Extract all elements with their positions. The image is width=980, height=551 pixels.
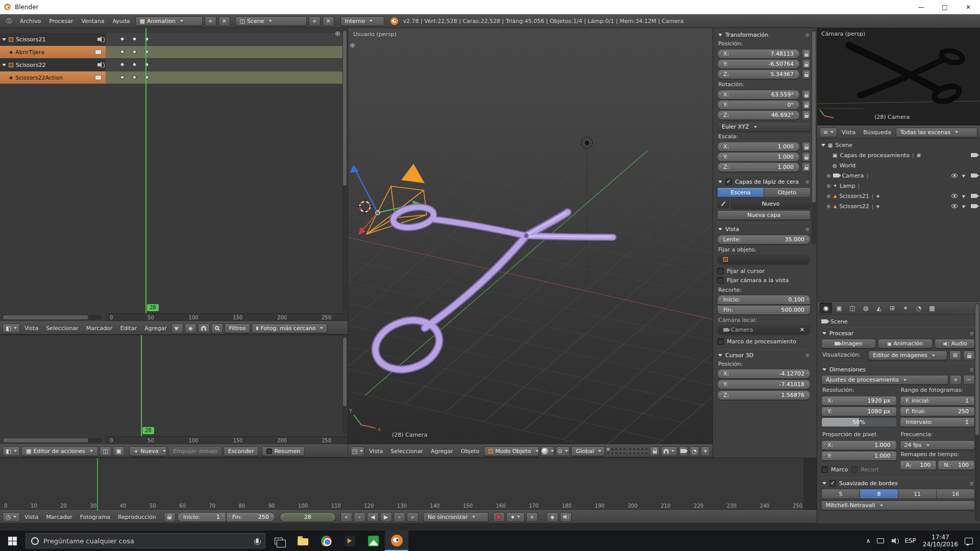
new-action-button[interactable]: + Nueva xyxy=(129,446,167,456)
render-image-button[interactable]: Imagen xyxy=(821,339,876,348)
remove-preset-icon[interactable]: − xyxy=(963,375,975,385)
frame-start-field[interactable]: Inicio:1 xyxy=(177,512,226,522)
ruler-strip[interactable]: 0 50 100 150 200 250 xyxy=(106,313,348,321)
render-anim-icon[interactable]: ◔ xyxy=(690,446,699,456)
timeline-canvas[interactable]: 0102030405060708090100110120130140150160… xyxy=(0,458,817,510)
clock[interactable]: 17:47 24/10/2016 xyxy=(923,534,958,548)
lock-cursor-toggle[interactable]: Fijar al cursor xyxy=(717,266,811,276)
menu-agregar[interactable]: Agregar xyxy=(428,447,456,456)
channel-scissors22[interactable]: Scissors22 xyxy=(0,59,106,71)
properties-scrollbar[interactable] xyxy=(975,303,979,522)
mute-speaker-icon[interactable] xyxy=(97,38,100,41)
menu-archivo[interactable]: Archivo xyxy=(17,17,44,26)
render-presets-dropdown[interactable]: Ajustes de procesamiento xyxy=(821,375,948,385)
editor-type-outliner-icon[interactable]: ≡ xyxy=(820,128,837,137)
info-editor-icon[interactable]: ⓘ xyxy=(3,16,15,26)
aa-samples-11[interactable]: 11 xyxy=(898,489,937,499)
lock-icon[interactable] xyxy=(802,69,811,79)
summary-checkbox[interactable] xyxy=(266,448,272,454)
channel-scissors22action[interactable]: ◆ Scissors22Action xyxy=(0,71,106,84)
sync-playback-icon[interactable]: ◈ xyxy=(547,512,558,522)
fps-dropdown[interactable]: 24 fps xyxy=(900,440,975,450)
menu-editar[interactable]: Editar xyxy=(117,324,140,333)
resolution-percent-slider[interactable]: 50% xyxy=(821,417,897,427)
tab-scene[interactable]: ◫ xyxy=(846,303,859,313)
scissors-object[interactable] xyxy=(369,204,613,377)
aa-samples-8[interactable]: 8 xyxy=(860,489,898,499)
scale-y-field[interactable]: Y:1.000 xyxy=(717,152,800,162)
grip-icon[interactable]: ≣ xyxy=(970,481,974,486)
visibility-icon[interactable] xyxy=(951,194,958,198)
render-border-toggle[interactable]: Marco de procesamiento xyxy=(717,337,811,346)
menu-vista[interactable]: Vista xyxy=(21,324,41,333)
panel-header[interactable]: Cursor 3D ≣ xyxy=(717,349,811,361)
render-still-icon[interactable]: ✶ xyxy=(701,446,710,456)
frame-end-field[interactable]: Fin:250 xyxy=(226,512,275,522)
editor-type-timeline-icon[interactable]: ◷ xyxy=(3,512,20,522)
rotation-x-field[interactable]: X:63.559° xyxy=(717,90,800,99)
tab-modifiers[interactable]: ✶ xyxy=(899,303,912,313)
lock-icon[interactable] xyxy=(802,49,811,59)
panel-header[interactable]: Suavizado de bordes ≣ xyxy=(821,478,975,489)
cursor-z-field[interactable]: Z:1.56876 xyxy=(717,390,811,400)
tab-world[interactable]: ◍ xyxy=(860,303,872,313)
lock-icon[interactable] xyxy=(802,110,811,120)
vertical-scrollbar[interactable] xyxy=(342,30,347,311)
crop-toggle[interactable]: Recort xyxy=(851,465,879,474)
clear-icon[interactable]: ✕ xyxy=(800,327,804,333)
visibility-icon[interactable] xyxy=(951,173,958,178)
ghost-frames-icon[interactable]: ◈ xyxy=(185,323,197,333)
panel-header[interactable]: Dimensiones ≣ xyxy=(821,364,975,375)
vertical-scrollbar[interactable] xyxy=(342,337,347,434)
editor-type-dopesheet-icon[interactable]: ◧ xyxy=(3,323,20,333)
tray-chevron-icon[interactable]: ∧ xyxy=(866,537,871,544)
lock-interface-icon[interactable] xyxy=(963,350,975,360)
checkbox[interactable] xyxy=(717,268,724,274)
position-y-field[interactable]: Y:-6.50764 xyxy=(717,59,800,69)
frame-step-field[interactable]: Intervalo:1 xyxy=(900,417,975,427)
expand-icon[interactable]: ⊕ xyxy=(826,193,830,199)
rotation-mode-dropdown[interactable]: Euler XYZ xyxy=(717,122,811,132)
blender-taskbar-icon[interactable] xyxy=(385,531,408,551)
menu-vista[interactable]: Vista xyxy=(21,513,41,521)
grease-pencil-checkbox[interactable] xyxy=(725,179,732,185)
mode-dropdown[interactable]: Modo Objeto xyxy=(484,446,539,456)
snap-toggle-icon[interactable] xyxy=(198,323,210,333)
aa-filter-dropdown[interactable]: Mitchell-Netravali xyxy=(821,500,975,510)
add-preset-icon[interactable]: + xyxy=(950,375,962,385)
visibility-icon[interactable] xyxy=(951,204,958,208)
close-button[interactable]: ✕ xyxy=(957,0,980,14)
aspect-x-field[interactable]: X:1.000 xyxy=(821,440,897,450)
panel-header[interactable]: Capas de lápiz de cera ≣ xyxy=(717,176,811,187)
task-view-button[interactable] xyxy=(266,531,291,551)
horizontal-scrollbar[interactable] xyxy=(2,315,102,320)
current-frame-field[interactable]: 28 xyxy=(280,512,336,522)
channel-abrirtijera[interactable]: ◆ AbrirTijera xyxy=(0,46,106,58)
push-down-button[interactable]: Empujar debajo xyxy=(168,446,222,456)
render-audio-button[interactable]: Audio xyxy=(935,339,975,348)
clip-end-field[interactable]: Fin:500.000 xyxy=(717,305,811,315)
viewport-scene[interactable]: x Y xyxy=(348,28,713,444)
tab-escena[interactable]: Escena xyxy=(717,187,764,197)
lock-icon[interactable] xyxy=(802,100,811,110)
editor-type-dopesheet-icon[interactable]: ◧ xyxy=(3,446,20,456)
menu-agregar[interactable]: Agregar xyxy=(141,324,170,333)
render-animation-button[interactable]: ▣ Animación xyxy=(878,339,933,348)
expand-icon[interactable]: ⊕ xyxy=(826,183,830,189)
insert-keyframe-icon[interactable]: + xyxy=(526,512,538,522)
lock-icon[interactable] xyxy=(802,162,811,172)
grip-icon[interactable]: ≣ xyxy=(805,353,810,358)
scale-z-field[interactable]: Z:1.000 xyxy=(717,162,800,172)
keying-set-dropdown[interactable] xyxy=(506,512,525,522)
tab-constraints[interactable]: ⊞ xyxy=(886,303,898,313)
menu-vista[interactable]: Vista xyxy=(366,447,386,456)
menu-objeto[interactable]: Objeto xyxy=(458,447,483,456)
lock-icon[interactable] xyxy=(802,59,811,69)
menu-reproduccion[interactable]: Reproducción xyxy=(115,513,159,521)
position-z-field[interactable]: Z:5.34367 xyxy=(717,69,800,79)
scene-selector[interactable]: ◫ Scene xyxy=(235,16,307,26)
photos-app-icon[interactable] xyxy=(361,531,385,551)
select-tool-icon[interactable] xyxy=(172,323,183,333)
filters-button[interactable]: Filtros xyxy=(225,323,251,333)
use-preview-range-icon[interactable] xyxy=(164,512,176,522)
